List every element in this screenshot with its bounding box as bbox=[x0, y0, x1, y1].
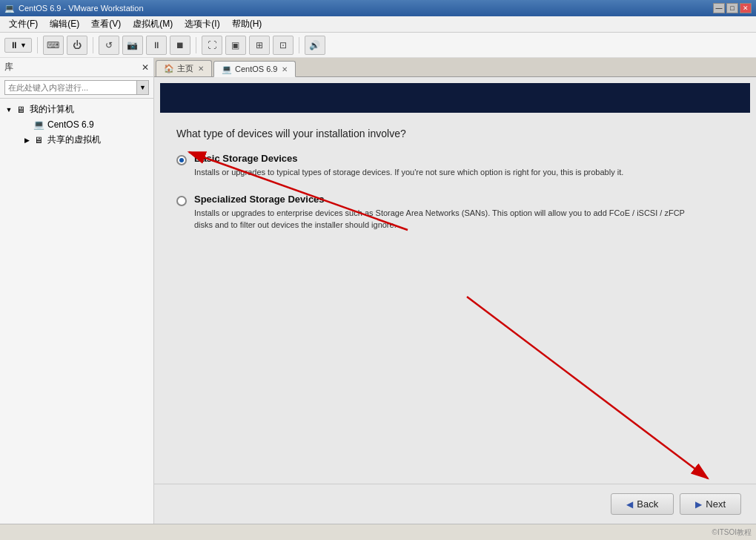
home-tab-close[interactable]: ✕ bbox=[198, 65, 204, 73]
shared-vm-icon: 🖥 bbox=[33, 134, 44, 146]
revert-button[interactable]: ↺ bbox=[99, 36, 119, 55]
audio-button[interactable]: 🔊 bbox=[305, 36, 325, 55]
search-bar: ▼ bbox=[0, 77, 153, 99]
specialized-storage-content: Specialized Storage Devices Installs or … bbox=[194, 194, 698, 231]
send-ctrlaltdel-button[interactable]: ⌨ bbox=[43, 36, 64, 55]
tab-home[interactable]: 🏠 主页 ✕ bbox=[156, 60, 212, 76]
pause-arrow: ▼ bbox=[20, 42, 27, 49]
statusbar: ©ITSOI教程 bbox=[0, 524, 756, 540]
tab-centos[interactable]: 💻 CentOS 6.9 ✕ bbox=[213, 61, 296, 77]
home-tab-icon: 🏠 bbox=[164, 64, 174, 73]
tree-label-my-computer: 我的计算机 bbox=[30, 103, 74, 116]
sidebar-header: 库 ✕ bbox=[0, 58, 153, 77]
minimize-button[interactable]: — bbox=[713, 3, 725, 13]
window-title: CentOS 6.9 - VMware Workstation bbox=[19, 4, 713, 13]
app-icon: 💻 bbox=[4, 4, 15, 13]
next-button[interactable]: ▶ Next bbox=[680, 493, 741, 515]
shutdown-button[interactable]: ⏹ bbox=[170, 36, 190, 55]
tree-label-shared: 共享的虚拟机 bbox=[47, 134, 101, 146]
centos-tab-close[interactable]: ✕ bbox=[282, 65, 288, 73]
centos-tab-icon: 💻 bbox=[222, 65, 232, 74]
tablet-button[interactable]: ⊞ bbox=[249, 36, 270, 55]
toolbar-sep-2 bbox=[93, 37, 93, 53]
full-screen-button[interactable]: ⛶ bbox=[202, 36, 222, 55]
back-button[interactable]: ◀ Back bbox=[611, 493, 674, 515]
toolbar-sep-4 bbox=[299, 37, 299, 53]
back-label: Back bbox=[637, 498, 658, 510]
centos-tab-label: CentOS 6.9 bbox=[235, 65, 277, 73]
home-tab-label: 主页 bbox=[177, 63, 193, 74]
pause-icon: ⏸ bbox=[10, 40, 19, 50]
basic-storage-radio[interactable] bbox=[176, 155, 187, 165]
menu-file[interactable]: 文件(F) bbox=[3, 16, 44, 32]
computer-icon: 🖥 bbox=[15, 104, 27, 116]
main-layout: 库 ✕ ▼ ▼ 🖥 我的计算机 💻 CentOS 6.9 ▶ 🖥 bbox=[0, 58, 756, 524]
next-label: Next bbox=[706, 498, 726, 510]
toolbar-sep-1 bbox=[37, 37, 38, 53]
basic-storage-desc: Installs or upgrades to typical types of… bbox=[194, 166, 623, 179]
status-right: ©ITSOI教程 bbox=[712, 527, 752, 538]
close-button[interactable]: ✕ bbox=[740, 3, 752, 13]
tree-my-computer[interactable]: ▼ 🖥 我的计算机 bbox=[3, 102, 150, 117]
maximize-button[interactable]: □ bbox=[726, 3, 738, 13]
installer-body: What type of devices will your installat… bbox=[154, 113, 756, 484]
search-dropdown-button[interactable]: ▼ bbox=[137, 80, 149, 95]
snapshot-button[interactable]: 📷 bbox=[122, 36, 143, 55]
search-input[interactable] bbox=[4, 80, 137, 95]
content-area: 🏠 主页 ✕ 💻 CentOS 6.9 ✕ What type of devic… bbox=[154, 58, 756, 524]
expand-icon: ▼ bbox=[4, 105, 13, 114]
centos-expand bbox=[22, 120, 31, 129]
pause-button[interactable]: ⏸ ▼ bbox=[4, 38, 32, 53]
basic-storage-content: Basic Storage Devices Installs or upgrad… bbox=[194, 153, 623, 179]
back-icon: ◀ bbox=[626, 499, 633, 510]
centos-vm-icon: 💻 bbox=[33, 119, 44, 131]
sidebar-title: 库 bbox=[4, 61, 13, 73]
menu-tabs[interactable]: 选项卡(I) bbox=[179, 16, 225, 32]
tree-shared-vms[interactable]: ▶ 🖥 共享的虚拟机 bbox=[21, 132, 150, 148]
specialized-storage-option[interactable]: Specialized Storage Devices Installs or … bbox=[176, 194, 734, 231]
menu-help[interactable]: 帮助(H) bbox=[226, 16, 268, 32]
specialized-storage-desc: Installs or upgrades to enterprise devic… bbox=[194, 207, 698, 231]
titlebar: 💻 CentOS 6.9 - VMware Workstation — □ ✕ bbox=[0, 0, 756, 16]
sidebar-close-icon[interactable]: ✕ bbox=[142, 62, 149, 73]
toolbar: ⏸ ▼ ⌨ ⏻ ↺ 📷 ⏸ ⏹ ⛶ ▣ ⊞ ⊡ 🔊 bbox=[0, 33, 756, 58]
menu-edit[interactable]: 编辑(E) bbox=[44, 16, 85, 32]
installer-footer: ◀ Back ▶ Next bbox=[154, 484, 756, 524]
installer-header-banner bbox=[160, 83, 750, 113]
toolbar-sep-3 bbox=[196, 37, 196, 53]
menu-view[interactable]: 查看(V) bbox=[85, 16, 127, 32]
suspend-button[interactable]: ⏸ bbox=[146, 36, 167, 55]
stretch-button[interactable]: ⊡ bbox=[273, 36, 294, 55]
sidebar: 库 ✕ ▼ ▼ 🖥 我的计算机 💻 CentOS 6.9 ▶ 🖥 bbox=[0, 58, 154, 524]
vm-tree: ▼ 🖥 我的计算机 💻 CentOS 6.9 ▶ 🖥 共享的虚拟机 bbox=[0, 99, 153, 524]
installer-frame: What type of devices will your installat… bbox=[154, 77, 756, 524]
installer-question: What type of devices will your installat… bbox=[176, 128, 734, 139]
menubar: 文件(F) 编辑(E) 查看(V) 虚拟机(M) 选项卡(I) 帮助(H) bbox=[0, 16, 756, 33]
tab-bar: 🏠 主页 ✕ 💻 CentOS 6.9 ✕ bbox=[154, 58, 756, 77]
tree-children: 💻 CentOS 6.9 ▶ 🖥 共享的虚拟机 bbox=[3, 117, 150, 148]
watermark: ©ITSOI教程 bbox=[712, 527, 752, 538]
specialized-storage-title: Specialized Storage Devices bbox=[194, 194, 698, 205]
power-button[interactable]: ⏻ bbox=[67, 36, 87, 55]
shared-expand: ▶ bbox=[22, 136, 31, 145]
tree-label-centos: CentOS 6.9 bbox=[47, 119, 94, 130]
basic-storage-title: Basic Storage Devices bbox=[194, 153, 623, 164]
specialized-storage-radio[interactable] bbox=[176, 196, 187, 206]
unity-button[interactable]: ▣ bbox=[225, 36, 246, 55]
menu-vm[interactable]: 虚拟机(M) bbox=[127, 16, 179, 32]
window-controls: — □ ✕ bbox=[713, 3, 752, 13]
basic-storage-option[interactable]: Basic Storage Devices Installs or upgrad… bbox=[176, 153, 734, 179]
next-icon: ▶ bbox=[695, 499, 702, 510]
tree-centos[interactable]: 💻 CentOS 6.9 bbox=[21, 117, 150, 132]
